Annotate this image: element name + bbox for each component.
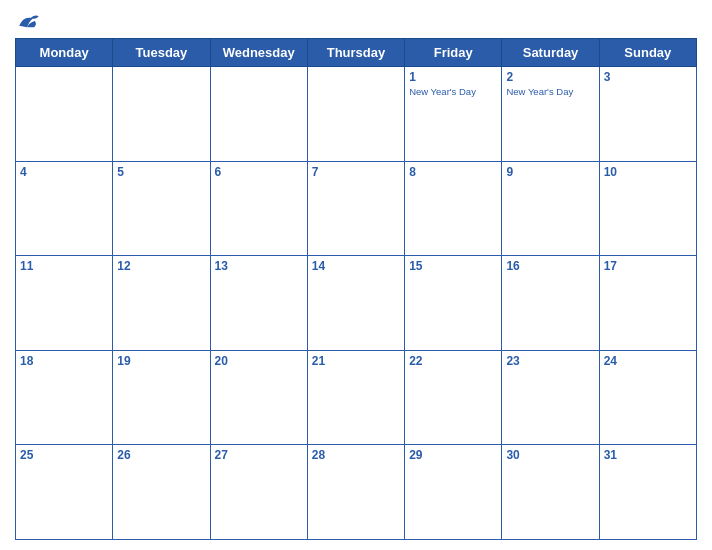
day-number: 13 [215, 259, 303, 273]
calendar-cell: 27 [210, 445, 307, 540]
weekday-header-tuesday: Tuesday [113, 39, 210, 67]
calendar-cell: 25 [16, 445, 113, 540]
calendar-cell: 4 [16, 161, 113, 256]
calendar-cell: 28 [307, 445, 404, 540]
calendar-cell: 30 [502, 445, 599, 540]
day-number: 20 [215, 354, 303, 368]
calendar-cell: 5 [113, 161, 210, 256]
calendar-cell: 9 [502, 161, 599, 256]
day-number: 1 [409, 70, 497, 84]
weekday-header-saturday: Saturday [502, 39, 599, 67]
calendar-cell: 29 [405, 445, 502, 540]
calendar-cell: 8 [405, 161, 502, 256]
calendar-cell: 23 [502, 350, 599, 445]
day-number: 29 [409, 448, 497, 462]
day-number: 17 [604, 259, 692, 273]
day-number: 30 [506, 448, 594, 462]
calendar-cell: 18 [16, 350, 113, 445]
day-number: 6 [215, 165, 303, 179]
calendar-cell: 24 [599, 350, 696, 445]
day-number: 19 [117, 354, 205, 368]
day-number: 9 [506, 165, 594, 179]
weekday-header-thursday: Thursday [307, 39, 404, 67]
calendar-cell: 2New Year's Day [502, 67, 599, 162]
day-number: 16 [506, 259, 594, 273]
calendar-cell: 7 [307, 161, 404, 256]
calendar-cell: 31 [599, 445, 696, 540]
weekday-header-monday: Monday [16, 39, 113, 67]
calendar-cell [307, 67, 404, 162]
day-number: 23 [506, 354, 594, 368]
day-number: 11 [20, 259, 108, 273]
calendar-cell: 13 [210, 256, 307, 351]
calendar-cell: 22 [405, 350, 502, 445]
weekday-header-sunday: Sunday [599, 39, 696, 67]
calendar-cell [16, 67, 113, 162]
calendar-cell: 20 [210, 350, 307, 445]
day-number: 15 [409, 259, 497, 273]
day-number: 22 [409, 354, 497, 368]
week-row-1: 1New Year's Day2New Year's Day3 [16, 67, 697, 162]
logo [15, 10, 47, 32]
week-row-2: 45678910 [16, 161, 697, 256]
weekday-header-row: MondayTuesdayWednesdayThursdayFridaySatu… [16, 39, 697, 67]
logo-bird-icon [15, 10, 43, 32]
week-row-5: 25262728293031 [16, 445, 697, 540]
calendar-cell [210, 67, 307, 162]
day-number: 14 [312, 259, 400, 273]
calendar-cell: 6 [210, 161, 307, 256]
day-number: 12 [117, 259, 205, 273]
calendar-cell: 17 [599, 256, 696, 351]
calendar-table: MondayTuesdayWednesdayThursdayFridaySatu… [15, 38, 697, 540]
day-number: 26 [117, 448, 205, 462]
day-number: 4 [20, 165, 108, 179]
day-number: 31 [604, 448, 692, 462]
calendar-cell: 21 [307, 350, 404, 445]
calendar-cell: 26 [113, 445, 210, 540]
day-number: 24 [604, 354, 692, 368]
calendar-cell [113, 67, 210, 162]
calendar-cell: 19 [113, 350, 210, 445]
calendar-header [15, 10, 697, 32]
weekday-header-wednesday: Wednesday [210, 39, 307, 67]
calendar-cell: 11 [16, 256, 113, 351]
holiday-label: New Year's Day [506, 86, 594, 98]
day-number: 5 [117, 165, 205, 179]
weekday-header-friday: Friday [405, 39, 502, 67]
week-row-4: 18192021222324 [16, 350, 697, 445]
day-number: 2 [506, 70, 594, 84]
calendar-cell: 3 [599, 67, 696, 162]
week-row-3: 11121314151617 [16, 256, 697, 351]
day-number: 18 [20, 354, 108, 368]
day-number: 28 [312, 448, 400, 462]
day-number: 3 [604, 70, 692, 84]
day-number: 10 [604, 165, 692, 179]
day-number: 27 [215, 448, 303, 462]
day-number: 7 [312, 165, 400, 179]
holiday-label: New Year's Day [409, 86, 497, 98]
calendar-cell: 1New Year's Day [405, 67, 502, 162]
day-number: 8 [409, 165, 497, 179]
day-number: 25 [20, 448, 108, 462]
calendar-cell: 16 [502, 256, 599, 351]
calendar-cell: 10 [599, 161, 696, 256]
day-number: 21 [312, 354, 400, 368]
calendar-cell: 14 [307, 256, 404, 351]
calendar-cell: 12 [113, 256, 210, 351]
calendar-cell: 15 [405, 256, 502, 351]
